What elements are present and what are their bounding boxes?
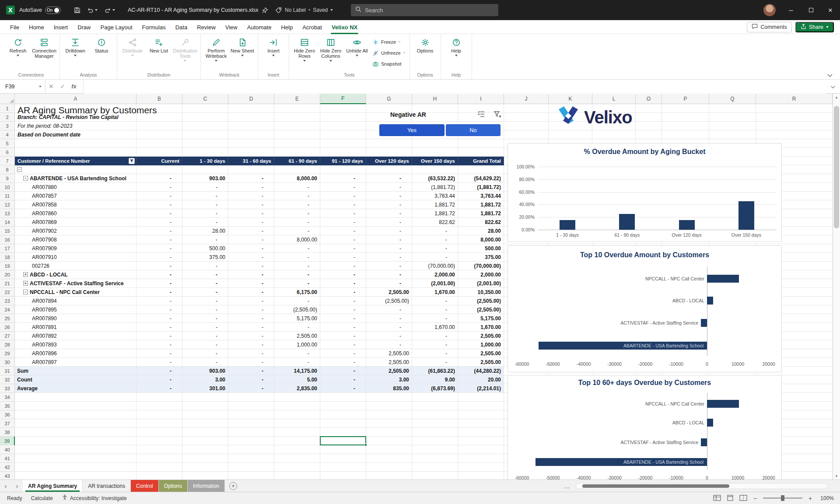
unfreeze-button[interactable]: Unfreeze [370,49,407,57]
row-header-13[interactable]: 13 [0,209,15,218]
customer-cell[interactable]: AR007869 [15,218,136,227]
new-sheet-button[interactable]: New Sheet [229,34,256,71]
value-cell[interactable]: - [182,323,228,332]
value-cell[interactable]: 1,881.72 [458,209,504,218]
menu-tab-insert[interactable]: Insert [49,20,73,34]
value-cell[interactable]: - [228,279,274,288]
value-cell[interactable]: - [228,297,274,305]
menu-tab-data[interactable]: Data [171,20,192,34]
value-cell[interactable]: - [366,270,412,279]
customer-cell[interactable]: 002726 [15,262,136,270]
value-cell[interactable]: - [320,358,366,367]
value-cell[interactable]: - [228,288,274,297]
customer-cell[interactable]: AR007895 [15,305,136,314]
value-cell[interactable]: - [366,183,412,192]
value-cell[interactable]: - [228,218,274,227]
outline-collapse-button[interactable]: − [23,290,28,294]
column-header-e[interactable]: E [274,94,320,104]
menu-tab-acrobat[interactable]: Acrobat [298,20,327,34]
value-cell[interactable]: - [136,349,182,358]
user-avatar[interactable] [763,4,776,16]
value-cell[interactable]: - [136,244,182,253]
value-cell[interactable]: - [366,279,412,288]
value-cell[interactable]: - [136,262,182,270]
value-cell[interactable]: - [366,314,412,323]
value-cell[interactable]: - [182,200,228,209]
value-cell[interactable]: - [228,192,274,200]
value-cell[interactable]: - [182,218,228,227]
row-header-32[interactable]: 32 [0,375,15,384]
value-cell[interactable]: 2,505.00 [458,358,504,367]
menu-tab-file[interactable]: File [5,20,24,34]
column-header-c[interactable]: C [182,94,228,104]
row-header-33[interactable]: 33 [0,384,15,393]
row-header-41[interactable]: 41 [0,454,15,463]
value-cell[interactable]: - [412,349,458,358]
customer-cell[interactable]: AR007890 [15,314,136,323]
value-cell[interactable]: (2,001.00) [412,279,458,288]
value-cell[interactable]: 2,000.00 [458,270,504,279]
value-cell[interactable]: - [228,227,274,235]
value-cell[interactable]: - [136,209,182,218]
value-cell[interactable]: - [182,183,228,192]
value-cell[interactable]: 1,881.72 [412,209,458,218]
value-cell[interactable]: 2,000.00 [412,270,458,279]
value-cell[interactable]: - [320,270,366,279]
value-cell[interactable]: - [136,305,182,314]
value-cell[interactable]: - [412,340,458,349]
row-header-22[interactable]: 22 [0,288,15,297]
zoom-level[interactable]: 100% [818,495,834,501]
value-cell[interactable]: 1,000.00 [274,340,320,349]
row-header-25[interactable]: 25 [0,314,15,323]
value-cell[interactable]: - [274,218,320,227]
sheet-tab-information[interactable]: Information [188,480,225,492]
outline-expand-button[interactable]: + [23,272,28,277]
row-header-26[interactable]: 26 [0,323,15,332]
value-cell[interactable]: - [320,349,366,358]
formula-bar-expand-chevron[interactable] [830,83,836,91]
value-cell[interactable]: 3.00 [182,375,228,384]
customer-cell[interactable]: +ACTIVESTAF - Active Staffing Service [15,279,136,288]
row-header-36[interactable]: 36 [0,410,15,419]
customer-cell[interactable]: AR007908 [15,235,136,244]
customer-cell[interactable]: AR007910 [15,253,136,262]
insert-function-icon[interactable]: fx [68,83,80,90]
column-header-b[interactable]: B [136,94,182,104]
value-cell[interactable]: - [136,235,182,244]
customer-cell[interactable]: AR007891 [15,323,136,332]
calculate-status[interactable]: Calculate [31,495,53,501]
drilldown-button[interactable]: Drilldown [62,34,88,71]
header-61-90-days[interactable]: 61 - 90 days [274,157,320,165]
add-sheet-button[interactable]: + [229,482,237,490]
menu-tab-help[interactable]: Help [276,20,298,34]
row-header-34[interactable]: 34 [0,393,15,402]
row-header-30[interactable]: 30 [0,358,15,367]
clear-filter-icon[interactable] [493,110,502,119]
zoom-slider[interactable] [763,497,802,499]
value-cell[interactable]: (70,000.00) [458,262,504,270]
undo-button[interactable] [87,0,98,20]
value-cell[interactable]: - [136,332,182,340]
value-cell[interactable]: - [274,227,320,235]
value-cell[interactable]: - [274,209,320,218]
menu-tab-view[interactable]: View [220,20,242,34]
value-cell[interactable]: - [412,314,458,323]
value-cell[interactable]: - [228,200,274,209]
value-cell[interactable]: - [320,200,366,209]
value-cell[interactable]: - [136,227,182,235]
customer-cell[interactable]: AR007860 [15,209,136,218]
value-cell[interactable]: - [182,349,228,358]
value-cell[interactable]: - [228,314,274,323]
row-header-17[interactable]: 17 [0,244,15,253]
value-cell[interactable]: - [136,183,182,192]
column-header-r[interactable]: R [756,94,833,104]
value-cell[interactable]: - [320,340,366,349]
value-cell[interactable]: (44,280.22) [458,367,504,375]
menu-tab-home[interactable]: Home [24,20,49,34]
value-cell[interactable]: 822.62 [412,218,458,227]
value-cell[interactable]: - [320,297,366,305]
value-cell[interactable]: - [228,209,274,218]
outline-collapse-button[interactable]: − [23,176,28,181]
scroll-up-arrow[interactable]: ▲ [833,94,840,101]
row-header-43[interactable]: 43 [0,472,15,480]
